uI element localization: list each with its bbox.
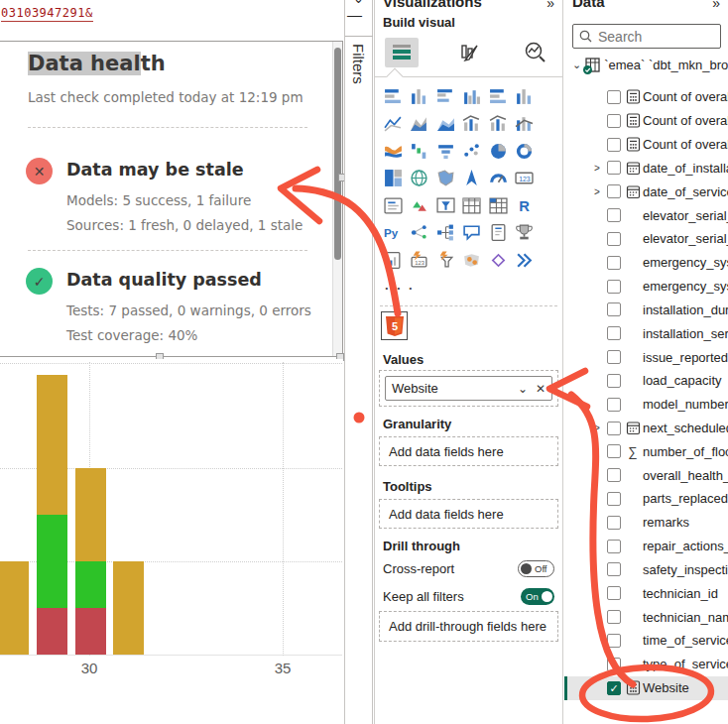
field-checkbox[interactable] [607, 161, 621, 175]
field-row[interactable]: installation_dur... [564, 298, 728, 321]
field-row[interactable]: type_of_service [564, 653, 728, 676]
bar-segment-green[interactable] [75, 561, 106, 608]
field-checkbox[interactable] [607, 516, 621, 530]
chevron-right-icon[interactable]: > [591, 186, 603, 197]
field-row[interactable]: elevator_serial_... [564, 227, 728, 251]
card-icon[interactable]: 123 [514, 168, 536, 189]
line-chart-icon[interactable] [382, 113, 404, 135]
slicer-icon[interactable] [434, 194, 456, 216]
funnel-chart-icon[interactable] [409, 140, 430, 162]
field-checkbox[interactable] [607, 256, 621, 270]
values-field-pill[interactable]: Website [392, 381, 510, 396]
histogram-visual[interactable]: 3035 [0, 359, 343, 724]
granularity-field-well[interactable]: Add data fields here [379, 436, 558, 466]
html5-custom-visual-button[interactable]: 5 [381, 311, 408, 340]
chevron-right-icon[interactable]: > [591, 422, 603, 433]
field-row[interactable]: Count of overal... [564, 85, 728, 109]
filters-pane-controls[interactable]: ⌄ — [345, 0, 373, 37]
paginated-report-icon[interactable] [382, 249, 404, 271]
field-row[interactable]: parts_replaced [564, 487, 728, 511]
clustered-column-chart-icon[interactable] [461, 85, 483, 107]
bar-segment-gold[interactable] [0, 561, 29, 655]
power-automate-icon[interactable] [514, 249, 536, 271]
field-checkbox[interactable] [607, 90, 621, 104]
kpi-icon[interactable] [409, 194, 430, 216]
filters-pane-label[interactable]: Filters [350, 44, 367, 84]
more-visuals-button[interactable]: · · · [385, 281, 415, 296]
stacked-area-chart-icon[interactable] [434, 113, 456, 135]
quick-filter-icon[interactable] [434, 249, 456, 271]
field-row[interactable]: installation_serv... [564, 321, 728, 345]
bar-segment-gold[interactable] [37, 375, 67, 515]
line-and-clustered-column-chart-icon[interactable] [487, 113, 509, 135]
ribbon-chart-icon[interactable] [514, 113, 536, 135]
field-checkbox[interactable] [607, 562, 621, 576]
field-row[interactable]: technician_id [564, 581, 728, 605]
field-row[interactable]: >date_of_installa... [564, 156, 728, 180]
r-script-visual-icon[interactable]: R [514, 194, 536, 216]
collapse-pane-icon[interactable]: » [546, 0, 554, 11]
field-row[interactable]: model_number [564, 393, 728, 417]
field-checkbox[interactable] [607, 634, 621, 648]
field-checkbox[interactable]: ✓ [607, 681, 621, 695]
values-field-well[interactable]: Website ⌄ ✕ [379, 370, 558, 407]
field-checkbox[interactable] [607, 586, 621, 600]
field-checkbox[interactable] [607, 658, 621, 671]
area-chart-icon[interactable] [409, 113, 430, 135]
stacked-column-chart-icon[interactable] [409, 85, 430, 107]
treemap-icon[interactable] [514, 140, 536, 162]
field-row[interactable]: remarks [564, 511, 728, 535]
gauge-icon[interactable] [487, 168, 509, 189]
power-apps-icon[interactable] [487, 249, 509, 271]
tooltips-field-well[interactable]: Add data fields here [379, 499, 558, 529]
field-checkbox[interactable] [607, 444, 621, 458]
search-input[interactable] [598, 29, 707, 45]
bar-segment-green[interactable] [37, 515, 67, 608]
field-row[interactable]: technician_name [564, 605, 728, 629]
field-row[interactable]: safety_inspectio... [564, 558, 728, 582]
field-row[interactable]: Count of overal... [564, 133, 728, 157]
stacked-bar-chart-icon[interactable] [382, 85, 404, 107]
tab-format-visual[interactable] [452, 38, 486, 67]
field-checkbox[interactable] [607, 468, 621, 482]
field-checkbox[interactable] [607, 208, 621, 222]
donut-chart-icon[interactable] [487, 140, 509, 162]
field-checkbox[interactable] [607, 422, 621, 435]
field-row[interactable]: emergency_syst... [564, 251, 728, 275]
field-checkbox[interactable] [607, 610, 621, 624]
field-checkbox[interactable] [607, 280, 621, 294]
clustered-bar-chart-icon[interactable] [434, 85, 456, 107]
field-row[interactable]: >next_scheduled... [564, 417, 728, 440]
chevron-down-icon[interactable]: ⌄ [518, 382, 528, 396]
field-checkbox[interactable] [607, 184, 621, 198]
azure-map-icon[interactable] [461, 168, 483, 189]
python-visual-icon[interactable]: Py [382, 222, 404, 244]
field-checkbox[interactable] [607, 540, 621, 553]
matrix-icon[interactable] [487, 194, 509, 216]
field-row[interactable]: load_capacity [564, 369, 728, 393]
q-and-a-icon[interactable] [461, 222, 483, 244]
tab-analytics[interactable] [519, 38, 552, 67]
field-row[interactable]: time_of_service [564, 629, 728, 653]
quick-measure-icon[interactable]: 123 [409, 249, 430, 271]
cross-report-toggle[interactable]: Off [518, 560, 554, 577]
table-tree-root[interactable]: ⌄ `emea` `dbt_mkn_bron... [572, 54, 728, 75]
field-row[interactable]: Count of overal... [564, 109, 728, 133]
multi-row-card-icon[interactable] [382, 194, 404, 216]
field-checkbox[interactable] [607, 326, 621, 340]
field-checkbox[interactable] [607, 374, 621, 388]
field-checkbox[interactable] [607, 232, 621, 246]
chevron-down-icon[interactable]: ⌄ [572, 59, 581, 71]
collapse-pane-icon[interactable]: » [712, 0, 720, 11]
field-row[interactable]: ✓Website [564, 676, 728, 700]
field-checkbox[interactable] [607, 114, 621, 128]
field-row[interactable]: ∑number_of_floo... [564, 439, 728, 463]
pie-chart-icon[interactable] [461, 140, 483, 162]
field-checkbox[interactable] [607, 398, 621, 412]
drill-through-field-well[interactable]: Add drill-through fields here [379, 611, 558, 642]
map-icon[interactable] [409, 168, 430, 189]
table-icon[interactable] [461, 194, 483, 216]
field-row[interactable]: overall_health_c... [564, 463, 728, 487]
waterfall-chart-icon[interactable] [382, 140, 404, 162]
100-stacked-column-chart-icon[interactable] [514, 85, 536, 107]
